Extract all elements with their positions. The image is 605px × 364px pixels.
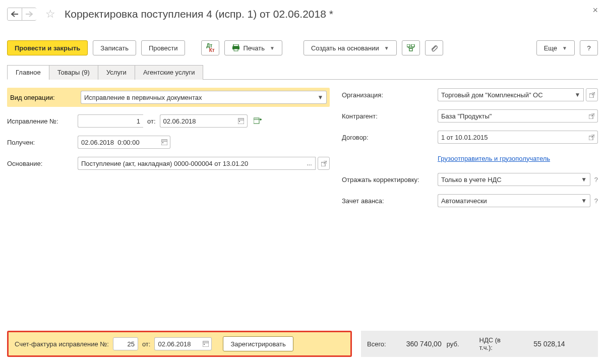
save-button[interactable]: Записать bbox=[93, 40, 136, 55]
open-ref-icon[interactable] bbox=[586, 131, 598, 144]
open-ref-icon[interactable] bbox=[586, 88, 598, 101]
window-title: Корректировка поступления 4 (испр. 1) от… bbox=[65, 8, 333, 20]
ellipsis-icon[interactable]: ... bbox=[304, 157, 316, 170]
chevron-down-icon: ▼ bbox=[270, 45, 275, 51]
received-label: Получен: bbox=[7, 139, 78, 146]
advance-offset-select[interactable] bbox=[438, 194, 578, 207]
print-button[interactable]: Печать ▼ bbox=[224, 40, 282, 55]
svg-rect-0 bbox=[233, 44, 238, 46]
invoice-correction-date-input[interactable] bbox=[154, 337, 200, 350]
operation-type-label: Вид операции: bbox=[10, 94, 81, 101]
attachment-button[interactable] bbox=[425, 40, 443, 55]
basis-document-input[interactable] bbox=[78, 157, 304, 170]
currency-label: руб. bbox=[447, 340, 459, 348]
from-label: от: bbox=[147, 117, 156, 125]
printer-icon bbox=[232, 44, 240, 51]
create-based-on-button[interactable]: Создать на основании ▼ bbox=[304, 40, 397, 55]
favorite-star-icon[interactable]: ☆ bbox=[45, 8, 55, 21]
contragent-input[interactable] bbox=[438, 109, 586, 123]
shipper-consignee-link[interactable]: Грузоотправитель и грузополучатель bbox=[438, 155, 550, 162]
invoice-correction-panel: Счет-фактура исправление №: от: Зарегист… bbox=[7, 331, 352, 357]
invoice-correction-label: Счет-фактура исправление №: bbox=[15, 340, 109, 348]
dt-kt-button[interactable]: Дт Кт bbox=[201, 40, 219, 55]
basis-label: Основание: bbox=[7, 160, 78, 167]
calendar-icon[interactable] bbox=[200, 337, 212, 350]
reflect-correction-label: Отражать корректировку: bbox=[342, 176, 438, 184]
tab-main[interactable]: Главное bbox=[7, 65, 49, 80]
vat-value: 55 028,14 bbox=[515, 340, 565, 348]
svg-rect-6 bbox=[238, 118, 244, 124]
vat-label: НДС (в т.ч.): bbox=[479, 336, 510, 351]
help-button[interactable]: ? bbox=[580, 40, 598, 55]
correction-no-input[interactable] bbox=[78, 114, 143, 128]
from-label: от: bbox=[142, 340, 151, 348]
dropdown-icon[interactable]: ▼ bbox=[578, 194, 590, 207]
reflect-correction-select[interactable] bbox=[438, 173, 578, 186]
svg-rect-18 bbox=[203, 341, 209, 347]
dropdown-icon[interactable]: ▼ bbox=[315, 91, 327, 104]
organization-label: Организация: bbox=[342, 91, 438, 99]
contract-label: Договор: bbox=[342, 134, 438, 141]
invoice-correction-no-input[interactable] bbox=[113, 337, 138, 350]
svg-rect-9 bbox=[254, 118, 259, 124]
structure-button[interactable] bbox=[402, 40, 420, 55]
nav-back-button[interactable] bbox=[7, 8, 22, 21]
chevron-down-icon: ▼ bbox=[562, 45, 567, 51]
more-button[interactable]: Еще ▼ bbox=[536, 40, 575, 55]
advance-offset-label: Зачет аванса: bbox=[342, 197, 438, 205]
help-icon[interactable]: ? bbox=[594, 197, 598, 205]
correction-date-input[interactable] bbox=[160, 114, 235, 128]
svg-rect-20 bbox=[204, 344, 205, 345]
totals-panel: Всего: 360 740,00 руб. НДС (в т.ч.): 55 … bbox=[361, 331, 598, 357]
svg-rect-5 bbox=[409, 48, 412, 51]
total-value: 360 740,00 bbox=[391, 340, 442, 348]
dropdown-icon[interactable]: ▼ bbox=[578, 173, 590, 186]
dropdown-icon[interactable]: ▼ bbox=[572, 88, 584, 101]
post-button[interactable]: Провести bbox=[141, 40, 186, 55]
correction-no-label: Исправление №: bbox=[7, 117, 78, 125]
organization-input[interactable] bbox=[438, 88, 572, 101]
svg-rect-2 bbox=[234, 49, 238, 51]
open-ref-icon[interactable] bbox=[318, 157, 330, 170]
total-label: Всего: bbox=[367, 340, 386, 348]
calendar-icon[interactable] bbox=[235, 114, 248, 128]
svg-rect-8 bbox=[239, 121, 240, 122]
contragent-label: Контрагент: bbox=[342, 112, 438, 120]
open-ref-icon[interactable] bbox=[586, 109, 598, 123]
chevron-down-icon: ▼ bbox=[384, 45, 389, 51]
svg-rect-3 bbox=[407, 44, 410, 47]
svg-rect-11 bbox=[161, 140, 167, 145]
post-and-close-button[interactable]: Провести и закрыть bbox=[7, 40, 88, 55]
tab-agent-services[interactable]: Агентские услуги bbox=[135, 65, 204, 80]
tab-goods[interactable]: Товары (9) bbox=[49, 65, 98, 80]
help-icon[interactable]: ? bbox=[594, 176, 598, 184]
received-datetime-input[interactable] bbox=[78, 136, 158, 149]
tab-services[interactable]: Услуги bbox=[98, 65, 135, 80]
calendar-icon[interactable] bbox=[158, 136, 170, 149]
nav-forward-button[interactable] bbox=[22, 8, 36, 21]
contract-input[interactable] bbox=[438, 131, 586, 144]
register-button[interactable]: Зарегистрировать bbox=[223, 336, 293, 351]
svg-rect-4 bbox=[411, 44, 414, 47]
calendar-add-icon[interactable] bbox=[254, 117, 262, 125]
svg-rect-13 bbox=[162, 142, 163, 143]
close-icon[interactable]: × bbox=[592, 5, 598, 16]
operation-type-select[interactable] bbox=[81, 91, 315, 104]
